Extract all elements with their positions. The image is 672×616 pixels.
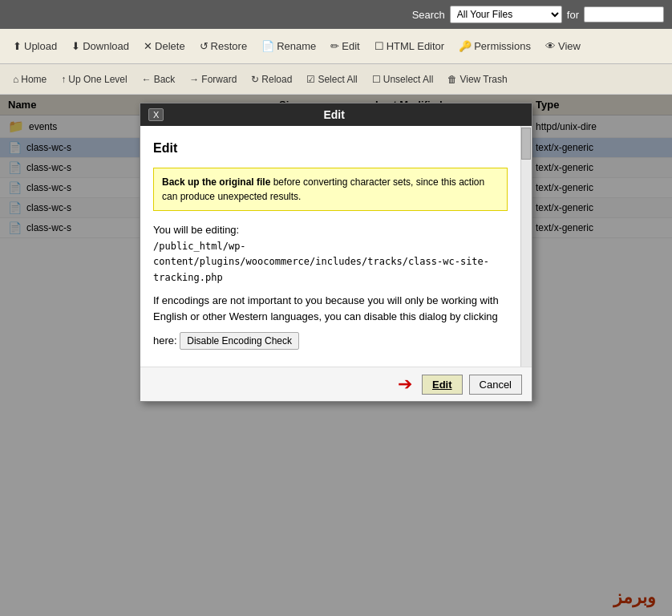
- back-button[interactable]: ← Back: [136, 71, 182, 87]
- rename-button[interactable]: 📄 Rename: [255, 37, 322, 55]
- html-editor-icon: ☐: [374, 40, 384, 52]
- edit-modal: X Edit Edit Back up the original file be…: [140, 103, 532, 402]
- select-all-button[interactable]: ☑ Select All: [300, 71, 363, 87]
- restore-button[interactable]: ↺ Restore: [193, 37, 254, 55]
- reload-icon: ↻: [251, 74, 259, 85]
- for-label: for: [567, 9, 579, 21]
- modal-scroll-area: Edit Back up the original file before co…: [140, 126, 520, 367]
- view-icon: 👁: [545, 40, 556, 52]
- toolbar: ⬆ Upload ⬇ Download ✕ Delete ↺ Restore 📄…: [0, 29, 672, 64]
- edit-toolbar-button[interactable]: ✏ Edit: [324, 37, 366, 55]
- forward-button[interactable]: → Forward: [183, 71, 243, 87]
- nav-bar: ⌂ Home ↑ Up One Level ← Back → Forward ↻…: [0, 64, 672, 95]
- arrow-indicator: ➔: [398, 374, 412, 395]
- html-editor-button[interactable]: ☐ HTML Editor: [368, 37, 451, 55]
- search-input[interactable]: [584, 6, 664, 22]
- view-button[interactable]: 👁 View: [539, 37, 587, 55]
- rename-icon: 📄: [261, 40, 274, 52]
- up-one-level-button[interactable]: ↑ Up One Level: [55, 71, 133, 87]
- modal-scroll-container: Edit Back up the original file before co…: [140, 126, 532, 367]
- modal-body: Edit Back up the original file before co…: [140, 126, 520, 367]
- file-path: /public_html/wp-content/plugins/woocomme…: [153, 241, 489, 283]
- modal-cancel-button[interactable]: Cancel: [469, 375, 522, 395]
- search-scope-select[interactable]: All Your Files File Names File Contents: [450, 6, 562, 23]
- editing-label: You will be editing: /public_html/wp-con…: [153, 222, 508, 285]
- here-paragraph: here: Disable Encoding Check: [153, 332, 508, 350]
- trash-icon: 🗑: [447, 74, 457, 85]
- edit-icon: ✏: [330, 40, 339, 52]
- search-bar: Search All Your Files File Names File Co…: [0, 0, 672, 29]
- modal-title: Edit: [323, 108, 344, 121]
- download-button[interactable]: ⬇ Download: [65, 37, 136, 55]
- restore-icon: ↺: [200, 40, 208, 52]
- search-label: Search: [412, 9, 445, 21]
- disable-encoding-button[interactable]: Disable Encoding Check: [180, 332, 299, 350]
- view-trash-button[interactable]: 🗑 View Trash: [441, 71, 513, 87]
- delete-icon: ✕: [144, 40, 152, 52]
- modal-scrollbar[interactable]: [520, 126, 532, 367]
- home-button[interactable]: ⌂ Home: [6, 71, 53, 87]
- unselect-all-icon: ☐: [372, 74, 381, 85]
- modal-heading: Edit: [153, 139, 508, 158]
- permissions-button[interactable]: 🔑 Permissions: [452, 37, 537, 55]
- modal-overlay: X Edit Edit Back up the original file be…: [0, 95, 672, 616]
- modal-close-button[interactable]: X: [148, 108, 164, 121]
- reload-button[interactable]: ↻ Reload: [245, 71, 298, 87]
- forward-icon: →: [189, 74, 199, 85]
- permissions-icon: 🔑: [459, 40, 472, 52]
- modal-edit-button[interactable]: Edit: [422, 375, 463, 395]
- modal-header: X Edit: [140, 103, 532, 126]
- warning-box: Back up the original file before convert…: [153, 168, 508, 211]
- modal-scrollbar-thumb[interactable]: [521, 128, 531, 160]
- main-content: Name Size Last Modified Type 📁 events 4K…: [0, 95, 672, 616]
- download-icon: ⬇: [71, 40, 80, 52]
- encoding-text: If encodings are not important to you be…: [153, 293, 508, 324]
- warning-bold: Back up the original file: [162, 176, 270, 188]
- home-icon: ⌂: [13, 74, 18, 85]
- unselect-all-button[interactable]: ☐ Unselect All: [366, 71, 440, 87]
- select-all-icon: ☑: [306, 74, 315, 85]
- upload-button[interactable]: ⬆ Upload: [6, 37, 63, 55]
- delete-button[interactable]: ✕ Delete: [137, 37, 192, 55]
- modal-footer: ➔ Edit Cancel: [140, 367, 532, 401]
- back-icon: ←: [142, 74, 152, 85]
- upload-icon: ⬆: [13, 40, 22, 52]
- up-icon: ↑: [61, 74, 66, 85]
